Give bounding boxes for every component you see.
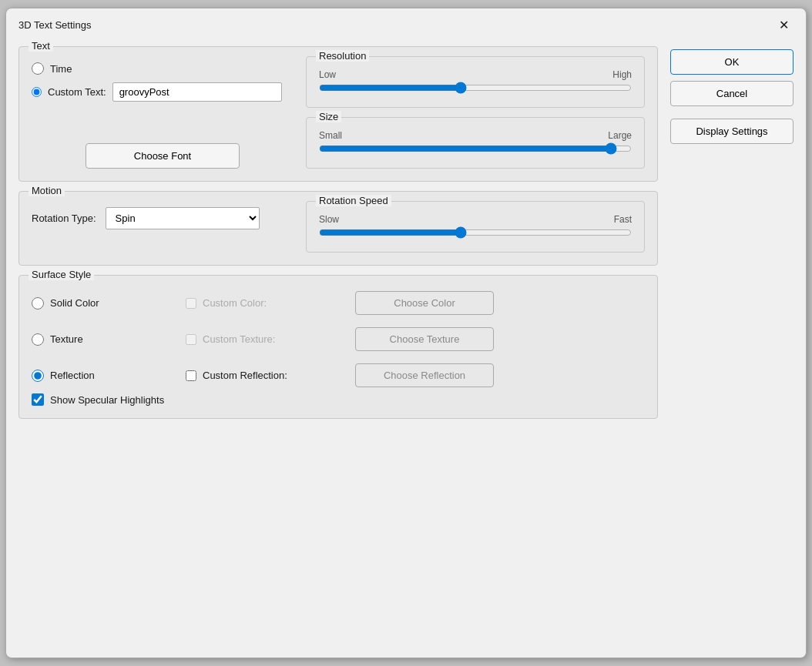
resolution-minmax: Low High (319, 69, 632, 80)
custom-reflection-checkbox[interactable] (186, 370, 196, 381)
surface-grid: Solid Color Custom Color: Choose Color T… (32, 291, 645, 387)
text-section-inner: Time Custom Text: Choose Font (32, 56, 645, 169)
motion-section-inner: Rotation Type: Spin Wobble None Rotation… (32, 201, 645, 253)
specular-checkbox[interactable] (32, 393, 44, 406)
specular-row: Show Specular Highlights (32, 393, 645, 406)
ok-button[interactable]: OK (670, 49, 794, 75)
left-panel: Text Time Custom Text: Choos (18, 46, 658, 642)
dialog: 3D Text Settings ✕ Text Time Custom Text… (5, 8, 807, 658)
close-button[interactable]: ✕ (774, 16, 794, 34)
custom-reflection-check-row: Custom Reflection: (186, 370, 355, 381)
reflection-label: Reflection (50, 370, 95, 381)
rotation-speed-minmax: Slow Fast (319, 214, 632, 225)
resolution-high: High (612, 69, 632, 80)
text-section-label: Text (29, 40, 53, 52)
reflection-radio[interactable] (32, 370, 44, 382)
size-small: Small (319, 130, 342, 141)
motion-left: Rotation Type: Spin Wobble None (32, 201, 294, 229)
specular-label: Show Specular Highlights (50, 394, 164, 406)
size-minmax: Small Large (319, 130, 632, 141)
texture-label: Texture (50, 333, 83, 345)
title-bar: 3D Text Settings ✕ (6, 8, 806, 40)
text-left: Time Custom Text: Choose Font (32, 56, 294, 169)
solid-color-label: Solid Color (50, 297, 99, 309)
custom-color-checkbox[interactable] (186, 298, 196, 309)
custom-text-radio[interactable] (32, 87, 42, 97)
motion-section-label: Motion (29, 185, 65, 196)
solid-color-radio[interactable] (32, 297, 44, 310)
text-section: Text Time Custom Text: Choos (18, 46, 658, 182)
size-slider[interactable] (319, 142, 632, 155)
text-right: Resolution Low High Size Small (306, 56, 645, 169)
content-area: Text Time Custom Text: Choos (6, 40, 806, 654)
surface-section-label: Surface Style (29, 269, 94, 280)
rotation-type-label: Rotation Type: (32, 213, 96, 224)
custom-color-label: Custom Color: (203, 297, 267, 309)
rotation-speed-label: Rotation Speed (316, 195, 391, 206)
custom-texture-checkbox[interactable] (186, 334, 196, 345)
solid-color-radio-row: Solid Color (32, 297, 186, 310)
rotation-slow: Slow (319, 214, 339, 225)
resolution-label: Resolution (316, 50, 369, 62)
motion-right: Rotation Speed Slow Fast (306, 201, 645, 253)
choose-texture-button[interactable]: Choose Texture (355, 327, 494, 351)
size-large: Large (608, 130, 632, 141)
resolution-low: Low (319, 69, 336, 80)
dialog-title: 3D Text Settings (18, 19, 91, 31)
reflection-radio-row: Reflection (32, 370, 186, 382)
custom-texture-check-row: Custom Texture: (186, 333, 355, 345)
rotation-fast: Fast (614, 214, 632, 225)
choose-color-button[interactable]: Choose Color (355, 291, 494, 315)
custom-text-row: Custom Text: (32, 82, 294, 102)
motion-section: Motion Rotation Type: Spin Wobble None R… (18, 191, 658, 266)
custom-texture-label: Custom Texture: (203, 333, 275, 345)
texture-radio-row: Texture (32, 333, 186, 346)
resolution-slider[interactable] (319, 82, 632, 94)
custom-text-input[interactable] (112, 82, 282, 102)
choose-font-button[interactable]: Choose Font (86, 143, 240, 169)
texture-radio[interactable] (32, 333, 44, 346)
surface-section: Surface Style Solid Color Custom Color: … (18, 275, 658, 419)
size-group: Size Small Large (306, 117, 645, 169)
rotation-speed-slider[interactable] (319, 226, 632, 239)
custom-reflection-label: Custom Reflection: (203, 370, 287, 381)
time-radio[interactable] (32, 62, 44, 75)
rotation-speed-group: Rotation Speed Slow Fast (306, 201, 645, 253)
time-label: Time (50, 63, 72, 75)
choose-reflection-button[interactable]: Choose Reflection (355, 363, 494, 387)
custom-text-label: Custom Text: (48, 86, 106, 98)
display-settings-button[interactable]: Display Settings (670, 119, 794, 144)
right-panel: OK Cancel Display Settings (670, 46, 794, 642)
resolution-group: Resolution Low High (306, 56, 645, 108)
rotation-type-select[interactable]: Spin Wobble None (106, 207, 260, 229)
time-radio-row: Time (32, 62, 294, 75)
size-label: Size (316, 111, 341, 122)
cancel-button[interactable]: Cancel (670, 81, 794, 106)
custom-color-check-row: Custom Color: (186, 297, 355, 309)
